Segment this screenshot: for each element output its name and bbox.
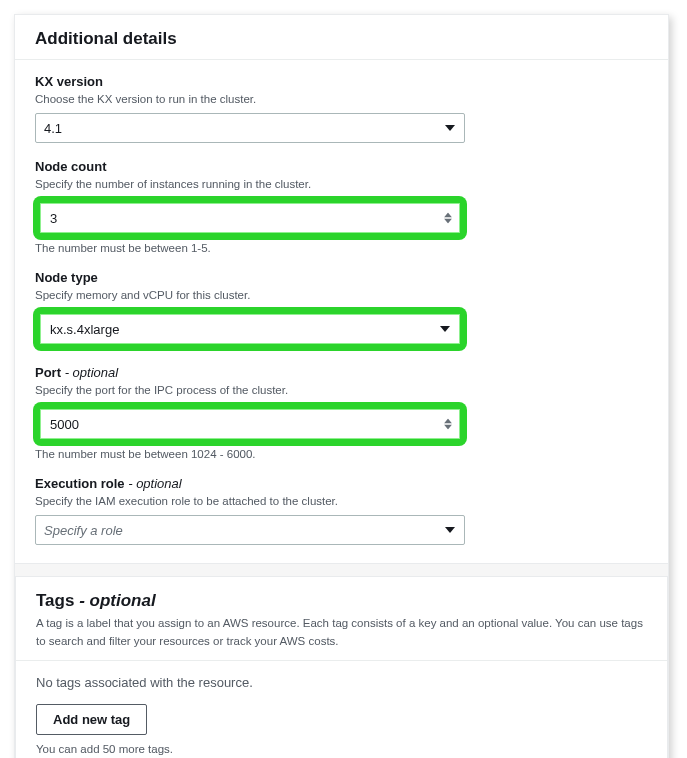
panel-header: Additional details <box>15 15 668 59</box>
node-count-input[interactable]: 3 <box>42 205 458 231</box>
kx-version-label: KX version <box>35 74 648 89</box>
node-type-highlight: kx.s.4xlarge <box>35 309 465 349</box>
additional-details-panel: Additional details KX version Choose the… <box>15 15 668 564</box>
stepper-icon <box>444 213 452 224</box>
port-value: 5000 <box>50 417 79 432</box>
additional-details-title: Additional details <box>35 29 648 49</box>
execution-role-field: Execution role - optional Specify the IA… <box>35 476 648 545</box>
kx-version-select[interactable]: 4.1 <box>35 113 465 143</box>
node-count-highlight: 3 <box>35 198 465 238</box>
kx-version-value: 4.1 <box>44 121 62 136</box>
kx-version-desc: Choose the KX version to run in the clus… <box>35 91 648 107</box>
svg-marker-4 <box>444 419 452 424</box>
node-count-label: Node count <box>35 159 648 174</box>
kx-version-select-wrap: 4.1 <box>35 113 465 143</box>
tags-header: Tags - optional A tag is a label that yo… <box>16 577 667 660</box>
port-desc: Specify the port for the IPC process of … <box>35 382 648 398</box>
stepper-icon <box>444 419 452 430</box>
panel-body: KX version Choose the KX version to run … <box>15 60 668 563</box>
execution-role-select[interactable]: Specify a role <box>35 515 465 545</box>
svg-marker-1 <box>444 213 452 218</box>
tags-hint: You can add 50 more tags. <box>36 743 647 755</box>
tags-panel: Tags - optional A tag is a label that yo… <box>15 576 668 758</box>
tags-desc: A tag is a label that you assign to an A… <box>36 615 647 650</box>
node-count-value: 3 <box>50 211 57 226</box>
port-input[interactable]: 5000 <box>42 411 458 437</box>
port-label: Port - optional <box>35 365 648 380</box>
node-type-label: Node type <box>35 270 648 285</box>
node-count-field: Node count Specify the number of instanc… <box>35 159 648 254</box>
execution-role-desc: Specify the IAM execution role to be att… <box>35 493 648 509</box>
node-type-value: kx.s.4xlarge <box>50 322 119 337</box>
execution-role-placeholder: Specify a role <box>44 523 123 538</box>
execution-role-label: Execution role - optional <box>35 476 648 491</box>
add-new-tag-button[interactable]: Add new tag <box>36 704 147 735</box>
port-hint: The number must be between 1024 - 6000. <box>35 448 648 460</box>
panel-gap <box>15 564 668 576</box>
node-count-hint: The number must be between 1-5. <box>35 242 648 254</box>
no-tags-text: No tags associated with the resource. <box>36 675 647 690</box>
port-field: Port - optional Specify the port for the… <box>35 365 648 460</box>
tags-body: No tags associated with the resource. Ad… <box>16 660 667 758</box>
execution-role-select-wrap: Specify a role <box>35 515 465 545</box>
node-count-desc: Specify the number of instances running … <box>35 176 648 192</box>
node-type-desc: Specify memory and vCPU for this cluster… <box>35 287 648 303</box>
svg-marker-5 <box>444 425 452 430</box>
node-type-field: Node type Specify memory and vCPU for th… <box>35 270 648 349</box>
svg-marker-2 <box>444 219 452 224</box>
port-highlight: 5000 <box>35 404 465 444</box>
kx-version-field: KX version Choose the KX version to run … <box>35 74 648 143</box>
form-page: Additional details KX version Choose the… <box>14 14 669 758</box>
node-type-select[interactable]: kx.s.4xlarge <box>42 316 458 342</box>
tags-title: Tags - optional <box>36 591 647 611</box>
